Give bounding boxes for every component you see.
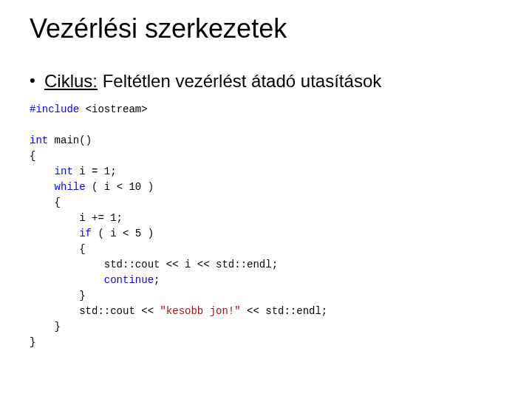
code-kw-if: if <box>30 228 92 239</box>
code-l11: std::cout << i << std::endl; <box>30 259 278 270</box>
code-l14a: std::cout << <box>30 305 160 317</box>
bullet-underlined: Ciklus: <box>44 71 98 91</box>
code-l6: ( i < 10 ) <box>86 181 154 193</box>
code-header: <iostream> <box>79 103 147 115</box>
page-title: Vezérlési szerkezetek <box>30 13 502 44</box>
code-l13: } <box>30 290 86 301</box>
code-string: "kesobb jon!" <box>160 305 240 317</box>
code-l4: { <box>30 150 35 162</box>
code-kw-int2: int <box>30 166 73 177</box>
code-l8: i += 1; <box>30 212 123 224</box>
code-l16: } <box>30 336 35 348</box>
code-l10: { <box>30 243 86 255</box>
code-l15: } <box>30 321 61 332</box>
code-kw-while: while <box>30 181 86 193</box>
code-l5: i = 1; <box>73 166 117 177</box>
code-l9: ( i < 5 ) <box>92 228 154 239</box>
code-l12-semi: ; <box>154 274 160 286</box>
bullet-rest: Feltétlen vezérlést átadó utasítások <box>98 71 381 91</box>
code-kw-int: int <box>30 134 48 146</box>
code-l7: { <box>30 197 61 208</box>
code-kw-include: #include <box>30 103 79 115</box>
bullet-item: Ciklus: Feltétlen vezérlést átadó utasít… <box>30 71 502 92</box>
code-main: main() <box>48 134 92 146</box>
code-block: #include <iostream> int main() { int i =… <box>30 102 502 350</box>
code-kw-continue: continue <box>30 274 154 286</box>
code-l14b: << std::endl; <box>241 305 328 317</box>
